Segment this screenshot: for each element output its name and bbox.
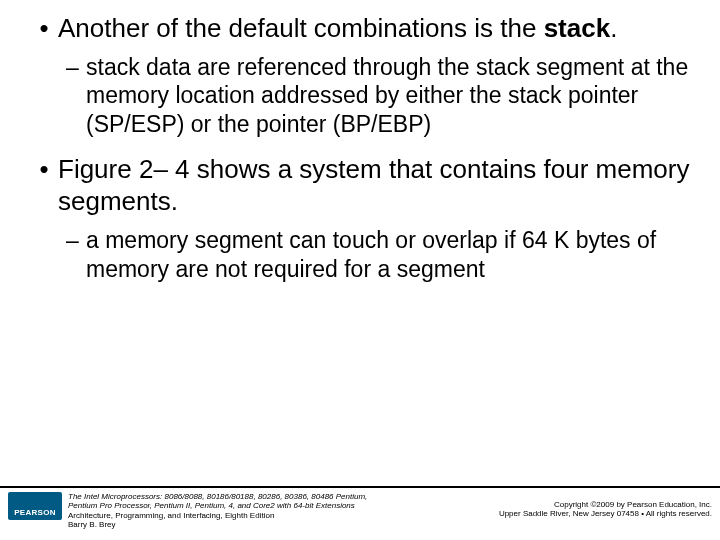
book-info: The Intel Microprocessors: 8086/8088, 80…	[68, 492, 367, 530]
bullet-2-sub: – a memory segment can touch or overlap …	[66, 226, 690, 284]
book-title-1: The Intel Microprocessors: 8086/8088, 80…	[68, 492, 367, 502]
slide-content: • Another of the default combinations is…	[0, 0, 720, 283]
footer-left: PEARSON The Intel Microprocessors: 8086/…	[8, 492, 367, 530]
copyright: Copyright ©2009 by Pearson Education, In…	[499, 492, 712, 519]
copyright-line-1: Copyright ©2009 by Pearson Education, In…	[499, 500, 712, 510]
bullet-1-post: .	[610, 13, 617, 43]
bullet-2: • Figure 2– 4 shows a system that contai…	[30, 153, 690, 218]
pearson-logo: PEARSON	[8, 492, 62, 520]
bullet-dot: •	[30, 12, 58, 45]
bullet-dot: •	[30, 153, 58, 218]
bullet-1-sub-text: stack data are referenced through the st…	[86, 53, 690, 139]
footer: PEARSON The Intel Microprocessors: 8086/…	[0, 486, 720, 530]
bullet-1: • Another of the default combinations is…	[30, 12, 690, 45]
book-title-2: Pentium Pro Processor, Pentium II, Penti…	[68, 501, 367, 511]
bullet-1-bold: stack	[544, 13, 611, 43]
bullet-1-sub: – stack data are referenced through the …	[66, 53, 690, 139]
bullet-1-pre: Another of the default combinations is t…	[58, 13, 544, 43]
book-subtitle: Architecture, Programming, and Interfaci…	[68, 511, 367, 521]
bullet-dash: –	[66, 53, 86, 139]
bullet-2-text: Figure 2– 4 shows a system that contains…	[58, 153, 690, 218]
bullet-2-sub-text: a memory segment can touch or overlap if…	[86, 226, 690, 284]
book-author: Barry B. Brey	[68, 520, 367, 530]
copyright-line-2: Upper Saddle River, New Jersey 07458 • A…	[499, 509, 712, 519]
bullet-dash: –	[66, 226, 86, 284]
bullet-1-text: Another of the default combinations is t…	[58, 12, 617, 45]
